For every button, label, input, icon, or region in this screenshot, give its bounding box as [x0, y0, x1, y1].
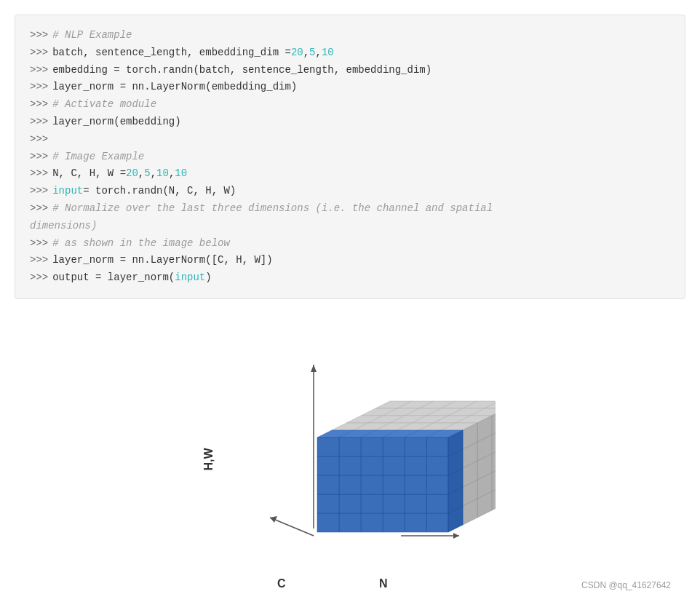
svg-marker-57 — [361, 437, 383, 456]
svg-marker-42 — [426, 475, 448, 494]
label-hw: H,W — [202, 448, 215, 470]
code-token: 5 — [309, 44, 315, 62]
prompt: >>> — [30, 200, 48, 218]
code-token: embedding = torch.randn(batch, sentence_… — [52, 62, 431, 79]
svg-line-87 — [270, 518, 314, 536]
prompt: >>> — [30, 96, 48, 114]
code-line: >>># Image Example — [30, 148, 670, 166]
svg-marker-88 — [270, 516, 277, 523]
page-container: >>># NLP Example>>>batch, sentence_lengt… — [0, 0, 700, 594]
code-token: # Activate module — [52, 96, 156, 114]
prompt: >>> — [30, 235, 48, 253]
code-token: input — [52, 183, 83, 200]
prompt: >>> — [30, 252, 48, 269]
svg-marker-40 — [339, 494, 361, 513]
code-line: >>>output = layer_norm(input) — [30, 269, 670, 287]
label-n: N — [379, 577, 388, 590]
cube-wrapper: H,W .cell-top-gray { fill: #d0d0d0; stro… — [219, 336, 510, 583]
label-c: C — [277, 577, 286, 590]
svg-marker-43 — [405, 475, 426, 494]
code-line: >>># Activate module — [30, 96, 670, 114]
cube-diagram: .cell-top-gray { fill: #d0d0d0; stroke: … — [219, 336, 496, 569]
prompt: >>> — [30, 165, 48, 183]
code-token: 5 — [144, 165, 150, 183]
svg-marker-49 — [405, 456, 426, 475]
code-token: , — [151, 165, 156, 183]
code-line: >>>layer_norm = nn.LayerNorm([C, H, W]) — [30, 252, 670, 269]
prompt: >>> — [30, 131, 48, 148]
svg-marker-31 — [405, 513, 426, 532]
code-line: >>>embedding = torch.randn(batch, senten… — [30, 62, 670, 79]
svg-marker-30 — [426, 513, 448, 532]
code-line: >>>batch, sentence_length, embedding_dim… — [30, 44, 670, 62]
code-token: layer_norm = nn.LayerNorm([C, H, W]) — [52, 252, 272, 269]
svg-marker-58 — [339, 437, 361, 456]
svg-marker-50 — [383, 456, 405, 475]
code-line: >>># NLP Example — [30, 27, 670, 44]
code-block: >>># NLP Example>>>batch, sentence_lengt… — [15, 15, 685, 299]
svg-marker-46 — [339, 475, 361, 494]
svg-marker-32 — [383, 513, 405, 532]
prompt: >>> — [30, 148, 48, 166]
code-token: , — [303, 44, 309, 62]
code-line: >>># Normalize over the last three dimen… — [30, 200, 670, 218]
svg-marker-37 — [405, 494, 426, 513]
code-line: >>>layer_norm = nn.LayerNorm(embedding_d… — [30, 79, 670, 96]
code-token: output = layer_norm( — [52, 269, 175, 287]
prompt: >>> — [30, 44, 48, 62]
prompt: >>> — [30, 114, 48, 131]
svg-marker-36 — [426, 494, 448, 513]
svg-marker-35 — [317, 513, 339, 532]
code-line: >>> — [30, 131, 670, 148]
prompt: >>> — [30, 269, 48, 287]
prompt: >>> — [30, 62, 48, 79]
code-token: # as shown in the image below — [52, 235, 230, 253]
svg-marker-33 — [361, 513, 383, 532]
svg-marker-55 — [405, 437, 426, 456]
code-token: N, C, H, W = — [52, 165, 126, 183]
svg-marker-90 — [311, 365, 317, 372]
code-token: dimensions) — [30, 218, 97, 235]
svg-marker-56 — [383, 437, 405, 456]
code-token: , — [169, 165, 175, 183]
code-token: 20 — [291, 44, 303, 62]
code-token: layer_norm = nn.LayerNorm(embedding_dim) — [52, 79, 297, 96]
svg-marker-52 — [339, 456, 361, 475]
code-token: # NLP Example — [52, 27, 132, 44]
code-line: >>>input = torch.randn(N, C, H, W) — [30, 183, 670, 200]
svg-marker-47 — [317, 475, 339, 494]
code-token: , — [138, 165, 144, 183]
svg-marker-44 — [383, 475, 405, 494]
watermark: CSDN @qq_41627642 — [581, 580, 671, 590]
prompt: >>> — [30, 27, 48, 44]
diagram-area: H,W .cell-top-gray { fill: #d0d0d0; stro… — [15, 321, 685, 594]
code-line: dimensions) — [30, 218, 670, 235]
code-token: 10 — [322, 44, 334, 62]
code-line: >>>N, C, H, W = 20, 5, 10, 10 — [30, 165, 670, 183]
code-line: >>># as shown in the image below — [30, 235, 670, 253]
svg-marker-34 — [339, 513, 361, 532]
code-token: = torch.randn(N, C, H, W) — [83, 183, 236, 200]
svg-marker-41 — [317, 494, 339, 513]
code-line: >>>layer_norm(embedding) — [30, 114, 670, 131]
code-token: 10 — [175, 165, 187, 183]
code-token: 20 — [126, 165, 138, 183]
svg-marker-53 — [317, 456, 339, 475]
svg-marker-86 — [453, 533, 459, 539]
code-token: layer_norm(embedding) — [52, 114, 180, 131]
prompt: >>> — [30, 183, 48, 200]
svg-marker-54 — [426, 437, 448, 456]
code-token: # Normalize over the last three dimensio… — [52, 200, 493, 218]
code-token: 10 — [156, 165, 169, 183]
code-token: ) — [205, 269, 211, 287]
svg-marker-39 — [361, 494, 383, 513]
code-token: input — [175, 269, 205, 287]
code-token: batch, sentence_length, embedding_dim = — [52, 44, 291, 62]
svg-marker-38 — [383, 494, 405, 513]
code-token: # Image Example — [52, 148, 144, 166]
svg-marker-51 — [361, 456, 383, 475]
svg-marker-45 — [361, 475, 383, 494]
code-token: , — [316, 44, 322, 62]
svg-marker-59 — [317, 437, 339, 456]
prompt: >>> — [30, 79, 48, 96]
